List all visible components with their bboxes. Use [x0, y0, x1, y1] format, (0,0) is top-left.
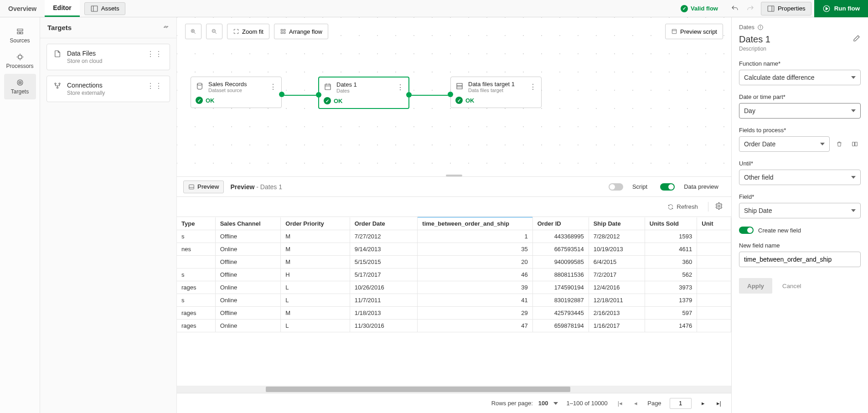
zoom-fit-button[interactable]: Zoom fit — [227, 24, 269, 39]
table-row[interactable]: ragesOnlineL11/30/2016476598781941/16/20… — [177, 320, 731, 332]
delete-field-button[interactable] — [833, 138, 845, 150]
targets-panel: Targets Data Files Store on cloud ⋮⋮ Con… — [40, 17, 177, 413]
first-page-button[interactable]: |◂ — [616, 400, 624, 407]
processors-icon — [16, 53, 24, 61]
apply-button[interactable]: Apply — [739, 278, 772, 294]
rows-per-page[interactable]: Rows per page: 100 — [491, 400, 558, 407]
settings-button[interactable] — [708, 202, 723, 212]
scroll-thumb[interactable] — [266, 387, 571, 392]
next-page-button[interactable]: ▸ — [700, 400, 707, 407]
table-row[interactable]: sOfflineH5/17/2017468808115367/2/2017562 — [177, 268, 731, 281]
field-select[interactable]: Ship Date — [739, 203, 861, 218]
last-page-button[interactable]: ▸| — [715, 400, 723, 407]
column-header[interactable]: Order Date — [350, 217, 418, 230]
zoom-in-button[interactable] — [185, 24, 202, 39]
table-row[interactable]: ragesOfflineM1/18/2013294257934452/16/20… — [177, 307, 731, 320]
card-title: Data Files — [67, 50, 102, 57]
table-cell: L — [281, 281, 350, 294]
nav-item-processors[interactable]: Processors — [4, 48, 36, 74]
node-menu-button[interactable]: ⋮ — [397, 83, 404, 92]
column-header[interactable]: Unit — [697, 217, 731, 230]
table-cell: s — [177, 294, 215, 307]
run-flow-button[interactable]: Run flow — [814, 0, 868, 17]
preview-script-button[interactable]: Preview script — [665, 24, 723, 39]
column-header[interactable]: Type — [177, 217, 215, 230]
add-field-button[interactable] — [849, 138, 861, 150]
table-cell: 5/17/2017 — [350, 268, 418, 281]
fields-value: Order Date — [744, 140, 775, 148]
table-cell: 39 — [418, 281, 532, 294]
node-menu-button[interactable]: ⋮ — [269, 83, 277, 91]
node-menu-button[interactable]: ⋮ — [529, 83, 537, 91]
undo-button[interactable] — [727, 2, 743, 15]
zoom-out-button[interactable] — [206, 24, 222, 39]
info-icon[interactable] — [757, 24, 764, 31]
column-header[interactable]: Order ID — [532, 217, 589, 230]
check-circle-icon: ✓ — [196, 97, 203, 104]
table-cell: 1/16/2017 — [589, 320, 645, 332]
flow-node[interactable]: Data files target 1Data files target⋮✓OK — [450, 77, 542, 108]
table-row[interactable]: nesOnlineM9/14/20133566759351410/19/2013… — [177, 243, 731, 256]
zoom-out-icon — [211, 28, 217, 35]
svg-rect-0 — [91, 6, 98, 11]
arrange-label: Arrange flow — [289, 28, 322, 35]
arrange-flow-button[interactable]: Arrange flow — [274, 24, 328, 39]
function-select[interactable]: Calculate date difference — [739, 70, 861, 85]
tab-overview[interactable]: Overview — [0, 0, 45, 17]
table-cell: 597 — [645, 307, 697, 320]
gear-icon — [715, 202, 723, 210]
cancel-button[interactable]: Cancel — [782, 278, 801, 294]
target-card-connections[interactable]: Connections Store externally ⋮⋮ — [46, 76, 170, 102]
field-label-fields: Fields to process* — [739, 127, 861, 134]
preview-button-label: Preview — [197, 183, 219, 190]
flow-canvas[interactable]: Zoom fit Arrange flow Preview script Sal… — [177, 17, 731, 177]
properties-button[interactable]: Properties — [761, 2, 811, 15]
nav-item-targets[interactable]: Targets — [4, 74, 36, 99]
column-header[interactable]: Ship Date — [589, 217, 645, 230]
tab-editor[interactable]: Editor — [45, 0, 79, 17]
column-header[interactable]: Units Sold — [645, 217, 697, 230]
redo-button[interactable] — [743, 2, 758, 15]
script-toggle[interactable] — [609, 183, 623, 191]
table-cell: 1593 — [645, 230, 697, 243]
table-cell: rages — [177, 281, 215, 294]
flow-node[interactable]: Dates 1Dates⋮✓OK — [318, 77, 409, 109]
create-new-field-toggle[interactable] — [739, 227, 754, 234]
horizontal-scrollbar[interactable] — [177, 386, 731, 393]
column-header[interactable]: Order Priority — [281, 217, 350, 230]
new-field-name-input[interactable] — [739, 252, 861, 267]
collapse-icon[interactable] — [163, 24, 169, 31]
table-row[interactable]: OfflineM5/15/2015209400995856/4/2015360 — [177, 256, 731, 268]
target-card-data-files[interactable]: Data Files Store on cloud ⋮⋮ — [46, 44, 170, 70]
table-cell — [697, 307, 731, 320]
until-select[interactable]: Other field — [739, 170, 861, 185]
edit-button[interactable] — [852, 34, 861, 44]
column-header[interactable]: Sales Channel — [215, 217, 281, 230]
preview-toggle-button[interactable]: Preview — [183, 181, 224, 193]
data-preview-toggle[interactable] — [660, 183, 675, 191]
table-cell: 940099585 — [532, 256, 589, 268]
table-row[interactable]: sOfflineM7/27/201214433689957/28/2012159… — [177, 230, 731, 243]
flow-node[interactable]: Sales RecordsDataset source⋮✓OK — [191, 77, 282, 108]
page-input[interactable] — [670, 398, 692, 409]
table-row[interactable]: sOnlineL11/7/20114183019288712/18/201113… — [177, 294, 731, 307]
nav-label: Sources — [10, 37, 30, 44]
assets-button[interactable]: Assets — [84, 2, 125, 15]
middle-column: Zoom fit Arrange flow Preview script Sal… — [177, 17, 731, 413]
column-header[interactable]: time_between_order_and_ship — [418, 217, 532, 230]
preview-header: Preview Preview - Dates 1 Script Data pr… — [177, 177, 731, 197]
table-row[interactable]: ragesOnlineL10/26/20163917459019412/4/20… — [177, 281, 731, 294]
prev-page-button[interactable]: ◂ — [632, 400, 639, 407]
nav-item-sources[interactable]: Sources — [4, 23, 36, 48]
table-cell: M — [281, 307, 350, 320]
data-grid-scroll[interactable]: TypeSales ChannelOrder PriorityOrder Dat… — [177, 217, 731, 386]
datepart-select[interactable]: Day — [739, 103, 861, 119]
flow-edge — [282, 95, 318, 96]
table-cell: 20 — [418, 256, 532, 268]
drag-handle-icon[interactable]: ⋮⋮ — [147, 50, 163, 58]
table-cell: 35 — [418, 243, 532, 256]
refresh-button[interactable]: Refresh — [663, 201, 703, 213]
drag-handle-icon[interactable]: ⋮⋮ — [147, 82, 163, 90]
table-cell: 3973 — [645, 281, 697, 294]
fields-to-process-select[interactable]: Order Date — [739, 136, 830, 152]
